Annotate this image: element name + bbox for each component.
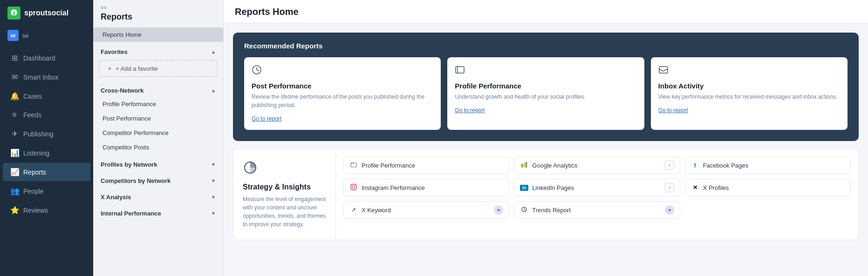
chevron-up-icon-cross: ▲ <box>211 88 216 93</box>
sidebar-item-reports[interactable]: 📈 Reports <box>3 163 90 181</box>
svg-rect-8 <box>526 162 527 168</box>
feeds-icon: ≡ <box>10 111 19 119</box>
section-favorites[interactable]: Favorites ▲ <box>93 44 223 58</box>
facebook-icon: f <box>691 162 699 169</box>
strategy-items-grid: Profile Performance Google Analytics ＋ f… <box>336 149 858 240</box>
sidebar-item-listening[interactable]: 📊 Listening <box>3 144 90 162</box>
svg-rect-7 <box>524 163 525 168</box>
breadcrumb-area: ≡≡ <box>93 0 223 10</box>
strategy-item-label: Instagram Performance <box>362 184 425 191</box>
left-navigation: sproutsocial se se ⊞ Dashboard ✉ Smart I… <box>0 0 93 276</box>
strategy-item-profile-performance[interactable]: Profile Performance <box>343 156 509 174</box>
middle-nav-post-performance[interactable]: Post Performance <box>93 111 223 126</box>
inbox-activity-icon <box>658 65 840 77</box>
chevron-down-icon-x: ▼ <box>211 195 216 200</box>
page-title: Reports Home <box>235 7 857 17</box>
sidebar-item-label: Smart Inbox <box>23 74 58 81</box>
chevron-up-icon: ▲ <box>211 49 216 54</box>
section-profiles-label: Profiles by Network <box>101 161 157 168</box>
strategy-item-label: Profile Performance <box>362 162 415 169</box>
profile-performance-title: Profile Performance <box>455 82 636 90</box>
listening-icon: 📊 <box>10 148 19 157</box>
section-x-label: X Analysis <box>101 194 131 201</box>
strategy-title: Strategy & Insights <box>243 183 326 191</box>
instagram-icon <box>349 184 358 192</box>
svg-point-10 <box>352 186 355 188</box>
user-section: se se <box>0 26 93 45</box>
report-card-post-performance: Post Performance Review the lifetime per… <box>244 57 441 130</box>
avatar: se <box>7 30 19 41</box>
middle-nav-competitor-posts[interactable]: Competitor Posts <box>93 140 223 155</box>
section-profiles-by-network[interactable]: Profiles by Network ▼ <box>93 156 223 171</box>
strategy-section: Strategy & Insights Measure the level of… <box>233 148 859 240</box>
username: se <box>22 32 29 39</box>
profile-performance-desc: Understand growth and health of your soc… <box>455 93 636 101</box>
strategy-item-google-analytics[interactable]: Google Analytics ＋ <box>514 156 680 174</box>
star-add-icon: ✦ <box>494 205 503 215</box>
page-header: Reports Home <box>224 0 868 23</box>
add-icon: ＋ <box>107 64 113 73</box>
sidebar-item-reviews[interactable]: ⭐ Reviews <box>3 201 90 219</box>
report-card-inbox-activity: Inbox Activity View key performance metr… <box>651 57 847 130</box>
google-analytics-icon <box>520 162 528 169</box>
strategy-item-label: X Profiles <box>703 184 729 191</box>
publishing-icon: ✈ <box>10 129 19 138</box>
add-icon: ＋ <box>665 183 674 192</box>
sidebar-item-feeds[interactable]: ≡ Feeds <box>3 106 90 124</box>
strategy-item-instagram[interactable]: Instagram Performance <box>343 179 509 196</box>
svg-rect-2 <box>456 67 464 73</box>
star-add-icon-trends: ✦ <box>665 205 674 215</box>
sidebar-item-people[interactable]: 👥 People <box>3 182 90 200</box>
recommended-reports-section: Recommended Reports Post Performance Rev… <box>233 33 859 141</box>
section-competitors-by-network[interactable]: Competitors by Network ▼ <box>93 173 223 187</box>
reports-icon: 📈 <box>10 168 19 176</box>
strategy-item-label: X Keyword <box>362 207 391 214</box>
add-favorite-button[interactable]: ＋ + Add a favorite <box>99 60 218 77</box>
recommended-title: Recommended Reports <box>244 42 847 50</box>
middle-panel: ≡≡ Reports Reports Home Favorites ▲ ＋ + … <box>93 0 224 276</box>
sidebar-item-label: Listening <box>23 149 49 157</box>
section-internal-label: Internal Performance <box>101 210 161 217</box>
recommended-cards-grid: Post Performance Review the lifetime per… <box>244 57 847 130</box>
folder-icon <box>349 162 358 169</box>
section-internal-performance[interactable]: Internal Performance ▼ <box>93 205 223 220</box>
linkedin-icon: in <box>520 185 528 191</box>
report-card-profile-performance: Profile Performance Understand growth an… <box>447 57 644 130</box>
people-icon: 👥 <box>10 187 19 195</box>
inbox-activity-link[interactable]: Go to report <box>658 107 688 114</box>
sidebar-item-publishing[interactable]: ✈ Publishing <box>3 125 90 143</box>
middle-nav-profile-performance[interactable]: Profile Performance <box>93 97 223 111</box>
smart-inbox-icon: ✉ <box>10 73 19 81</box>
strategy-item-linkedin[interactable]: in LinkedIn Pages ＋ <box>514 179 680 196</box>
strategy-item-label: Trends Report <box>532 207 571 214</box>
x-icon: ✕ <box>691 184 699 191</box>
chevron-down-icon-profiles: ▼ <box>211 162 216 167</box>
section-x-analysis[interactable]: X Analysis ▼ <box>93 189 223 203</box>
section-cross-network[interactable]: Cross-Network ▲ <box>93 82 223 97</box>
logo-text: sproutsocial <box>24 9 68 17</box>
strategy-item-x-keyword[interactable]: ↗ X Keyword ✦ <box>343 201 509 219</box>
strategy-item-facebook-pages[interactable]: f Facebook Pages <box>685 156 851 174</box>
reviews-icon: ⭐ <box>10 206 19 215</box>
sidebar-item-label: Dashboard <box>23 54 55 62</box>
logo-area: sproutsocial <box>0 0 93 26</box>
section-competitors-label: Competitors by Network <box>101 177 171 184</box>
strategy-icon <box>243 160 326 178</box>
profile-performance-icon <box>455 65 636 77</box>
profile-performance-link[interactable]: Go to report <box>455 107 485 114</box>
chevron-down-icon-competitors: ▼ <box>211 178 216 183</box>
sidebar-item-label: Reports <box>23 168 46 176</box>
sidebar-item-smart-inbox[interactable]: ✉ Smart Inbox <box>3 68 90 86</box>
middle-nav-competitor-performance[interactable]: Competitor Performance <box>93 126 223 140</box>
add-icon: ＋ <box>665 161 674 170</box>
trends-icon <box>520 206 528 214</box>
chevron-down-icon-internal: ▼ <box>211 211 216 216</box>
main-content: Reports Home Recommended Reports Post Pe… <box>224 0 868 276</box>
strategy-item-trends-report[interactable]: Trends Report ✦ <box>514 201 680 219</box>
sidebar-item-label: Reviews <box>23 207 48 214</box>
sidebar-item-cases[interactable]: 🔔 Cases <box>3 87 90 105</box>
strategy-item-x-profiles[interactable]: ✕ X Profiles <box>685 179 851 196</box>
middle-nav-reports-home[interactable]: Reports Home <box>93 27 223 42</box>
sidebar-item-dashboard[interactable]: ⊞ Dashboard <box>3 49 90 67</box>
post-performance-link[interactable]: Go to report <box>252 115 281 122</box>
